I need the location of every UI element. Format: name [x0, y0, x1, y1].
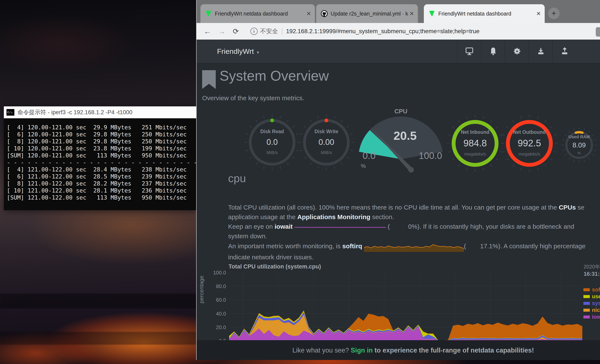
terminal-line: [SUM] 121.00-122.00 sec 113 MBytes 950 M… — [7, 194, 196, 201]
site-info[interactable]: i 不安全 — [250, 27, 278, 35]
close-icon[interactable]: ✕ — [409, 11, 414, 16]
terminal-line: [SUM] 120.00-121.00 sec 113 MBytes 950 M… — [7, 152, 196, 159]
gauge-net-outbound[interactable]: Net Outbound 992.5 megabits/s — [506, 120, 553, 167]
legend-swatch — [583, 309, 590, 312]
new-tab-button[interactable]: + — [548, 8, 560, 19]
info-icon[interactable]: i — [250, 28, 258, 35]
gauge-max: 100.0 — [419, 150, 442, 161]
export-button[interactable] — [552, 40, 577, 63]
extension-icon[interactable] — [596, 27, 600, 37]
tab-strip: FriendlyWrt netdata dashboard ✕ Update r… — [197, 0, 600, 23]
terminal-line: [ 4] 120.00-121.00 sec 29.9 MBytes 251 M… — [7, 124, 196, 131]
print-button[interactable] — [457, 40, 481, 63]
gauge-unit: MiB/s — [303, 150, 350, 155]
close-icon[interactable]: ✕ — [306, 11, 311, 16]
gauge-value: 0.00 — [303, 138, 350, 147]
description-line: indicate network driver issues. — [228, 252, 600, 262]
gauge-net-inbound[interactable]: Net Inbound 984.8 megabits/s — [452, 120, 498, 167]
dashboard-navbar: FriendlyWrt▾ — [197, 40, 600, 63]
legend-item-system[interactable]: system — [583, 300, 600, 307]
sign-in-link[interactable]: Sign in — [351, 346, 373, 354]
divider — [282, 28, 282, 35]
address-input[interactable]: 192.168.2.1:19999/#menu_system_submenu_c… — [286, 28, 479, 35]
terminal-line: [ 10] 120.00-121.00 sec 23.8 MBytes 199 … — [7, 145, 196, 152]
legend-label: nice — [592, 307, 600, 313]
legend-item-nice[interactable]: nice — [583, 307, 600, 313]
legend-swatch — [583, 316, 590, 318]
legend-item-user[interactable]: user — [583, 293, 600, 300]
legend-label: user — [592, 293, 600, 300]
bookmark-icon — [202, 70, 216, 89]
y-axis-label: percentage — [198, 276, 205, 303]
description-line: An important metric worth monitoring, is… — [228, 241, 600, 252]
terminal-line: [ 6] 121.00-122.00 sec 28.5 MBytes 239 M… — [7, 173, 196, 180]
gauge-disk-read[interactable]: Disk Read 0.0 MiB/s — [249, 119, 296, 166]
y-tick: 20.0 — [200, 324, 226, 330]
tab-friendlywrt-1[interactable]: FriendlyWrt netdata dashboard ✕ — [200, 4, 315, 23]
upload-icon — [560, 47, 569, 56]
gauge-value: 992.5 — [506, 138, 553, 149]
gauge-label: CPU — [394, 108, 407, 115]
legend-label: iowait — [592, 314, 600, 320]
gauge-unit: % — [361, 163, 366, 169]
import-button[interactable] — [528, 40, 553, 63]
back-button[interactable]: ← — [204, 27, 211, 36]
netdata-icon — [205, 10, 212, 17]
chevron-down-icon: ▾ — [257, 50, 259, 55]
netdata-icon — [429, 10, 435, 17]
iowait-sparkline — [294, 225, 386, 228]
tab-friendlywrt-2-active[interactable]: FriendlyWrt netdata dashboard ✕ — [424, 4, 545, 23]
applications-monitoring-link[interactable]: Applications Monitoring — [297, 213, 370, 220]
gauge-value: 984.8 — [452, 138, 498, 149]
terminal-output[interactable]: [ 4] 120.00-121.00 sec 29.9 MBytes 251 M… — [4, 118, 196, 210]
terminal-line: [ 6] 120.00-121.00 sec 29.8 MBytes 250 M… — [7, 131, 196, 138]
gauge-label: Net Outbound — [506, 129, 553, 135]
forward-button[interactable]: → — [218, 27, 225, 36]
terminal-line: [ 10] 121.00-122.00 sec 28.1 MBytes 236 … — [7, 187, 196, 194]
netdata-dashboard: FriendlyWrt▾ — [197, 40, 600, 360]
description-line: application usage at the Applications Mo… — [228, 212, 600, 222]
status-dot — [324, 119, 328, 122]
legend-item-iowait[interactable]: iowait — [583, 314, 600, 320]
terminal-window: C:\. 命令提示符 - iperf3 -c 192.168.1.2 -P4 -… — [4, 106, 196, 210]
description-line: Keep an eye on iowait (0%). If it is con… — [228, 222, 600, 231]
gauge-used-ram[interactable]: Used RAM 8.09 % — [566, 132, 592, 158]
security-label: 不安全 — [260, 27, 278, 35]
gauge-cpu[interactable]: CPU 20.5 0.0 % 100.0 — [356, 107, 446, 173]
iowait-value: 0% — [408, 223, 417, 230]
display-icon — [465, 47, 474, 56]
close-icon[interactable]: ✕ — [536, 11, 541, 16]
page-subtitle: Overview of the key system metrics. — [202, 94, 304, 102]
cloud-band — [0, 294, 196, 308]
tab-github[interactable]: Update r2s_lean_minimal.yml · k ✕ — [316, 4, 418, 23]
browser-window: FriendlyWrt netdata dashboard ✕ Update r… — [196, 0, 600, 360]
cpu-utilization-chart[interactable] — [229, 272, 582, 341]
page-title: System Overview — [220, 68, 329, 84]
gauge-arc-fill — [576, 132, 582, 133]
section-heading-cpu: cpu — [228, 172, 246, 185]
host-dropdown[interactable]: FriendlyWrt▾ — [217, 47, 259, 56]
legend-swatch — [583, 288, 590, 291]
reload-button[interactable]: ⟳ — [233, 27, 239, 36]
gauge-label: Disk Write — [303, 129, 350, 134]
legend-item-softirq[interactable]: softirq — [583, 286, 600, 293]
cloud-band — [0, 332, 196, 345]
gauge-label: Disk Read — [249, 129, 296, 134]
legend-swatch — [583, 295, 590, 298]
cpu-description: Total CPU utilization (all cores). 100% … — [228, 203, 600, 262]
gauge-value: 20.5 — [394, 129, 417, 142]
gauge-disk-write[interactable]: Disk Write 0.00 MiB/s — [303, 119, 350, 166]
terminal-line: - - - - - - - - - - - - - - - - - - - - … — [7, 159, 196, 166]
gauge-value: 0.0 — [249, 138, 296, 147]
terminal-titlebar[interactable]: C:\. 命令提示符 - iperf3 -c 192.168.1.2 -P4 -… — [4, 106, 196, 118]
alarms-button[interactable] — [481, 40, 505, 63]
settings-button[interactable] — [505, 40, 529, 63]
gauge-unit: MiB/s — [249, 150, 296, 155]
terminal-line: [ 8] 120.00-121.00 sec 29.8 MBytes 250 M… — [7, 138, 196, 145]
tab-title: FriendlyWrt netdata dashboard — [215, 11, 288, 17]
y-tick: 40.0 — [200, 311, 226, 317]
chart-title: Total CPU utilization (system.cpu) — [228, 263, 321, 270]
cpus-link[interactable]: CPUs — [559, 204, 576, 211]
gauge-value: 8.09 — [566, 141, 592, 149]
description-line: system down. — [228, 231, 600, 241]
